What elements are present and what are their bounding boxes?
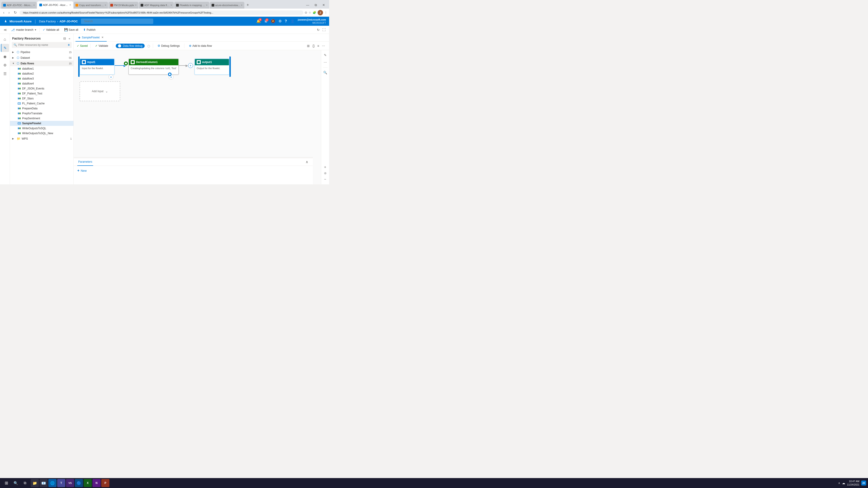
new-tab-button[interactable]: + (245, 2, 251, 8)
search-canvas-button[interactable]: 🔍 (322, 69, 329, 76)
debug-settings-button[interactable]: ⚙ Debug Settings (156, 43, 182, 48)
filter-resources-button[interactable]: ⊟ (62, 36, 67, 41)
gear-settings-icon[interactable]: ⚙ (278, 19, 282, 23)
monitor-icon[interactable]: 🖥 2 (264, 19, 268, 23)
publish-button[interactable]: ⬆ Publish (81, 27, 97, 32)
tree-child-dataflow2[interactable]: dataflow2 (10, 71, 73, 76)
code-view-button[interactable]: {} (311, 43, 315, 48)
add-below-input[interactable]: + (108, 74, 114, 79)
dataflow-item-icon (18, 117, 21, 120)
node-output1[interactable]: output1 Output for the flowlet. (194, 59, 229, 75)
tree-item-wps[interactable]: ▶ 📁 WPS 1 (10, 136, 73, 141)
canvas-tab-sampleflowlet[interactable]: ◈ SampleFlowlet ✕ (75, 34, 107, 41)
refresh-canvas-button[interactable]: ↻ (316, 27, 320, 33)
add-input-label: Add Input (92, 90, 103, 93)
alert-bell-icon[interactable]: 🔕 (271, 19, 275, 23)
forward-button[interactable]: › (7, 10, 11, 15)
bookmark-icon[interactable]: ☆ (309, 11, 311, 14)
tree-item-dataset[interactable]: ▶ ⬡ Dataset 56 (10, 55, 73, 61)
tree-child-writeoutputs-new[interactable]: WriteOutputsToSQL_New (10, 131, 73, 136)
tab-adf2[interactable]: ADF-JO-POC - Azure ... × (37, 1, 73, 8)
tree-child-dataflow1[interactable]: dataflow1 (10, 66, 73, 71)
azure-search[interactable] (81, 19, 153, 24)
fullscreen-button[interactable]: ⛶ (321, 27, 327, 33)
branch-icon: ⎇ (11, 28, 15, 32)
tab-adf-mapping[interactable]: ADF Mapping data flo... × (139, 2, 174, 8)
breadcrumb-instance[interactable]: ADF-JO-POC (59, 20, 78, 23)
tab-adf1[interactable]: ADF-JO-POC - Micro... × (1, 2, 37, 8)
user-profile-icon[interactable]: 👤 (290, 19, 295, 23)
tree-child-dataflow3[interactable]: dataflow3 (10, 76, 73, 81)
address-input[interactable] (20, 10, 303, 15)
validate-canvas-button[interactable]: ✓ Validate (93, 43, 110, 48)
parameters-tab[interactable]: Parameters (77, 158, 93, 166)
back-button[interactable]: ‹ (2, 10, 6, 15)
svg-rect-1 (20, 68, 21, 70)
table-view-button[interactable]: ⊞ (306, 43, 311, 48)
profile-icon[interactable]: J (318, 10, 323, 15)
nav-pencil-button[interactable]: ✎ (1, 44, 9, 52)
maximize-button[interactable]: ⧉ (313, 3, 319, 7)
tree-child-dataflow4[interactable]: dataflow4 (10, 81, 73, 86)
connector-2: ▶ (179, 64, 188, 67)
new-parameter-button[interactable]: + New (77, 168, 87, 173)
minimize-button[interactable]: — (304, 3, 311, 7)
help-icon[interactable]: ? (285, 19, 287, 23)
nav-manage-button[interactable]: ⚙ (1, 61, 9, 69)
factory-search-input[interactable] (18, 43, 66, 46)
notification-bell[interactable]: 🔔 4 (256, 19, 261, 23)
zoom-in-button[interactable]: + (322, 164, 329, 170)
edit-canvas-button[interactable]: ✎ (322, 52, 329, 58)
save-all-button[interactable]: 💾 Save all (62, 27, 80, 32)
collapse-left-button[interactable]: ≪ (3, 28, 8, 32)
collapse-panel-button[interactable]: « (68, 36, 71, 41)
tab-pm[interactable]: PM DI Mocks.pptx × (108, 2, 138, 8)
tree-child-sampleflowlet[interactable]: SampleFlowlet (10, 121, 73, 126)
adf-toolbar: ≪ ⎇ master branch ▾ ✓ Validate all 💾 Sav… (0, 26, 329, 34)
tree-item-pipeline[interactable]: ▶ ⬡ Pipeline 15 (10, 49, 73, 55)
debug-toggle[interactable]: Data flow debug (116, 43, 145, 48)
more-canvas-button[interactable]: ⋯ (322, 59, 329, 66)
tree-child-prepsentiment[interactable]: PrepSentiment (10, 116, 73, 121)
nav-monitor-button[interactable]: ◉ (1, 53, 9, 61)
tree-item-dataflows[interactable]: ▼ ⬡ Data flows 15 (10, 61, 73, 66)
tree-child-writeoutputs[interactable]: WriteOutputsToSQL (10, 126, 73, 131)
tree-child-df-stars[interactable]: DF_Stars (10, 96, 73, 101)
add-node-between[interactable]: + (188, 63, 193, 68)
add-to-dataflow-button[interactable]: ⊕ Add to data flow (187, 43, 214, 48)
flowlet-item-icon (18, 102, 21, 105)
close-button[interactable]: ✕ (320, 3, 327, 7)
main-area: ⌂ ✎ ◉ ⚙ ☰ Factory Resources ⊟ « 🔍 + (0, 34, 329, 184)
tree-child-df-patient[interactable]: DF_Patient_Test (10, 91, 73, 96)
more-options-button[interactable]: ⋯ (321, 43, 326, 48)
tab-azure-docs[interactable]: azure-docs/overview... × (210, 2, 244, 8)
zoom-out-button[interactable]: − (322, 176, 329, 183)
svg-rect-37 (18, 132, 19, 134)
dataflow-item-icon (18, 132, 21, 135)
tree-child-prepfortranslate[interactable]: PrepforTranslate (10, 111, 73, 116)
tree-child-fl-patient[interactable]: FL_Patient_Cache (10, 101, 73, 106)
node-input1[interactable]: input1 Input for the flowlet. (80, 59, 115, 75)
nav-resources-button[interactable]: ☰ (1, 70, 9, 78)
nav-home-button[interactable]: ⌂ (1, 35, 9, 43)
collapse-parameters-button[interactable]: ∧ (305, 159, 309, 165)
close-tab-icon[interactable]: ✕ (101, 35, 104, 39)
reader-icon[interactable]: ⊙ (305, 11, 307, 14)
dataflows-label: Data flows (21, 62, 34, 65)
breadcrumb-data-factory[interactable]: Data Factory (39, 20, 56, 23)
add-resource-button[interactable]: + (68, 43, 70, 47)
zoom-slider[interactable] (324, 172, 327, 174)
menu-icon[interactable]: ⋮ (324, 11, 327, 14)
extension-icon[interactable]: 🧩 (313, 11, 316, 14)
tree-child-preparedata[interactable]: PrepareData (10, 106, 73, 111)
tree-child-df-json[interactable]: DF_JSON_Events (10, 86, 73, 91)
branch-selector[interactable]: ⎇ master branch ▾ (9, 27, 38, 33)
validate-all-button[interactable]: ✓ Validate all (41, 27, 61, 32)
tab-copy[interactable]: Copy and transform ... × (74, 2, 108, 8)
tab-flowlets[interactable]: Flowlets in mapping d... × (174, 2, 209, 8)
refresh-button[interactable]: ↻ (12, 9, 18, 15)
factory-search-bar: 🔍 + (12, 42, 72, 48)
add-input-box[interactable]: Add Input ⌄ (80, 81, 120, 101)
node-derivedcolumn1[interactable]: DerivedColumn1 Creating/updating the col… (128, 59, 179, 75)
list-view-button[interactable]: ≡ (316, 43, 320, 48)
